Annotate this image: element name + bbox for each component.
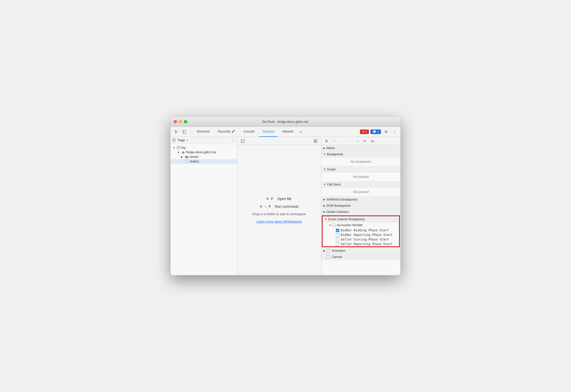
workspace-link[interactable]: Learn more about Workspaces	[256, 220, 302, 223]
middle-toolbar	[237, 137, 321, 145]
arrow-event-listener: ▼	[325, 218, 327, 221]
error-badge[interactable]: ✕ 1	[360, 129, 369, 134]
message-badge[interactable]: 💬 1	[370, 129, 381, 134]
shortcut-label-open: Open file	[277, 197, 292, 201]
step-out-button[interactable]: ↑	[346, 138, 353, 144]
tab-sources[interactable]: Sources	[259, 127, 278, 137]
event-listener-section: ▼ Event Listener Breakpoints ▼ − Ad Auct…	[322, 215, 400, 247]
section-event-listener[interactable]: ▼ Event Listener Breakpoints	[323, 216, 399, 222]
traffic-lights	[174, 120, 187, 123]
shortcut-keys-run: ⌘ ⇧ P	[260, 204, 271, 209]
checkbox-seller-scoring: Seller Scoring Phase Start	[327, 237, 399, 242]
dock-icon[interactable]	[181, 128, 188, 135]
tree-label-assets: assets	[190, 155, 199, 159]
arrow-watch: ▶	[323, 147, 325, 149]
file-icon-index	[185, 160, 189, 163]
section-xhr[interactable]: ▶ XHR/fetch Breakpoints	[321, 197, 400, 203]
divider	[191, 129, 191, 134]
left-panel: Page » ⋮ ▼ top ▼	[171, 137, 237, 275]
left-panel-header: Page » ⋮	[171, 137, 237, 144]
section-breakpoints-label: Breakpoints	[327, 153, 343, 156]
settings-icon[interactable]: ⚙	[382, 128, 390, 135]
tree-item-fledge[interactable]: ▼ fledge-demo.glitch.me	[171, 150, 237, 155]
left-panel-title: Page	[178, 138, 185, 142]
tab-network[interactable]: Network	[279, 127, 297, 137]
maximize-button[interactable]	[184, 120, 187, 123]
breakpoints-empty: No breakpoints	[323, 159, 398, 165]
sub-section-ad-auction: ▼ − Ad Auction Worklet Bidder Bidding Ph…	[323, 222, 399, 246]
close-button[interactable]	[174, 120, 177, 123]
section-global[interactable]: ▶ Global Listeners	[321, 209, 400, 215]
section-breakpoints[interactable]: ▼ Breakpoints	[321, 151, 400, 157]
cursor-icon[interactable]	[173, 128, 180, 135]
tree-label-index: (index)	[190, 160, 199, 163]
scope-empty: Not paused	[323, 174, 398, 180]
section-animation[interactable]: ▶ Animation	[321, 248, 400, 254]
section-dom[interactable]: ▶ DOM Breakpoints	[321, 203, 400, 209]
section-animation-label: Animation	[332, 249, 345, 253]
shortcut-key-run: ⌘ ⇧ P	[260, 204, 271, 209]
tab-more[interactable]: »	[298, 127, 303, 137]
svg-rect-15	[241, 139, 244, 143]
toolbar-right: ✕ 1 💬 1 ⚙ ⋮	[360, 128, 398, 135]
section-scope[interactable]: ▼ Scope	[321, 166, 400, 172]
folder-icon-assets	[185, 155, 189, 159]
tab-console[interactable]: Console	[240, 127, 258, 137]
more-options-icon[interactable]: ⋮	[391, 128, 398, 135]
tree-item-index[interactable]: ▶ (index)	[171, 159, 237, 164]
more-debug-icon[interactable]: ⏯	[369, 138, 376, 144]
step-over-button[interactable]: ↩	[331, 138, 337, 144]
debug-toolbar: ⏸ ↩ ↓ ↑ ⇥ ✏ ⏯	[321, 137, 400, 145]
step-button[interactable]: ⇥	[354, 138, 360, 144]
checkbox-seller-scoring-label: Seller Scoring Phase Start	[341, 238, 389, 241]
checkbox-bidder-bidding-label: Bidder Bidding Phase Start	[341, 228, 389, 232]
checkbox-seller-reporting-label: Seller Reporting Phase Start	[341, 242, 392, 246]
svg-rect-6	[177, 147, 180, 149]
window-title: DevTools - fledge-demo.glitch.me/	[262, 120, 309, 124]
section-scope-label: Scope	[327, 168, 336, 171]
pause-button[interactable]: ⏸	[323, 138, 330, 144]
checkbox-seller-reporting-input[interactable]	[336, 243, 339, 246]
section-watch-label: Watch	[326, 146, 335, 150]
deactivate-button[interactable]: ✏	[362, 138, 368, 144]
section-callstack[interactable]: ▼ Call Stack	[321, 181, 400, 188]
tab-elements[interactable]: Elements	[193, 127, 213, 137]
section-xhr-label: XHR/fetch Breakpoints	[326, 198, 357, 201]
checkbox-canvas[interactable]	[326, 255, 330, 258]
checkbox-bidder-bidding-input[interactable]	[336, 229, 339, 232]
svg-rect-0	[183, 130, 186, 133]
section-callstack-label: Call Stack	[327, 183, 341, 186]
play-icon[interactable]	[312, 137, 319, 145]
tab-recorder[interactable]: Recorder 🎤	[214, 127, 239, 137]
panel-menu-icon[interactable]: ⋮	[232, 139, 235, 142]
arrow-animation: ▶	[323, 249, 325, 252]
minus-checkbox-ad-auction[interactable]: −	[332, 224, 336, 227]
step-into-button[interactable]: ↓	[339, 138, 345, 144]
minimize-button[interactable]	[179, 120, 182, 123]
svg-rect-2	[173, 139, 175, 142]
main-toolbar: Elements Recorder 🎤 Console Sources Netw…	[171, 127, 400, 137]
sub-section-ad-auction-header[interactable]: ▼ − Ad Auction Worklet	[327, 222, 399, 228]
checkbox-seller-reporting: Seller Reporting Phase Start	[327, 242, 399, 246]
svg-marker-18	[315, 140, 316, 142]
shortcut-key-open: ⌘ P	[267, 197, 273, 201]
section-breakpoints-content: No breakpoints	[321, 157, 400, 166]
collapse-icon[interactable]	[239, 137, 246, 145]
devtools-window: DevTools - fledge-demo.glitch.me/ Elemen…	[170, 117, 401, 275]
arrow-scope: ▼	[323, 168, 326, 171]
checkbox-bidder-bidding: Bidder Bidding Phase Start	[327, 228, 399, 233]
tree-item-assets[interactable]: ▶ assets	[171, 155, 237, 159]
drop-text: Drop in a folder to add to workspace	[252, 212, 306, 216]
section-watch[interactable]: ▶ Watch	[321, 145, 400, 151]
sub-section-ad-auction-label: Ad Auction Worklet	[337, 223, 363, 227]
checkbox-seller-scoring-input[interactable]	[336, 238, 339, 241]
page-icon	[173, 138, 176, 142]
tree-item-top[interactable]: ▼ top	[171, 145, 237, 150]
arrow-callstack: ▼	[323, 183, 326, 186]
section-global-label: Global Listeners	[326, 210, 349, 214]
shortcut-open-file: ⌘ P Open file	[267, 197, 291, 201]
svg-rect-1	[184, 130, 184, 133]
checkbox-bidder-reporting-input[interactable]	[336, 233, 339, 237]
checkbox-animation[interactable]	[326, 249, 330, 252]
section-canvas[interactable]: ▶ Canvas	[321, 254, 400, 260]
